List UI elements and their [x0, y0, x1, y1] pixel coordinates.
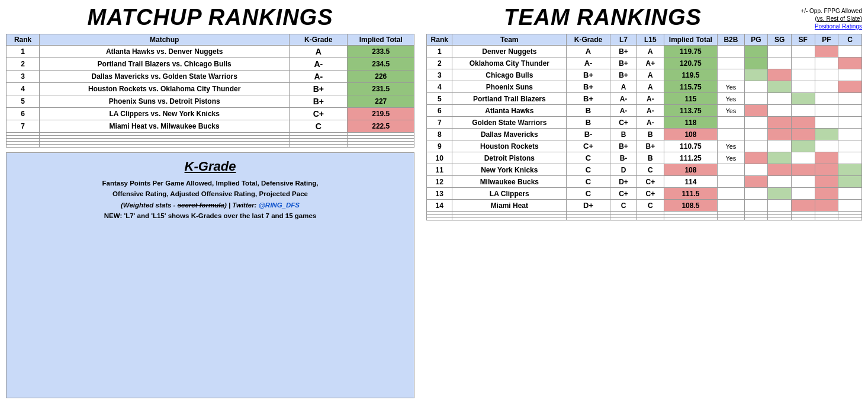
team-name: Milwaukee Bucks	[452, 176, 567, 188]
team-pf	[815, 218, 838, 220]
matchup-implied: 227	[348, 95, 414, 108]
team-sg	[768, 117, 792, 129]
pg-header: PG	[744, 34, 768, 46]
team-name: Detroit Pistons	[452, 152, 567, 164]
matchup-rank: 6	[7, 108, 40, 120]
team-rank: 10	[427, 152, 452, 164]
team-name: Phoenix Suns	[452, 81, 567, 93]
team-kgrade	[567, 218, 610, 220]
team-pg	[744, 57, 768, 69]
team-c	[838, 69, 862, 81]
team-sg	[768, 105, 792, 117]
matchup-rank: 3	[7, 71, 40, 83]
team-c	[838, 218, 862, 220]
team-kgrade: C	[567, 188, 610, 200]
team-pf	[815, 117, 838, 129]
team-pf	[815, 200, 838, 212]
team-row: 10 Detroit Pistons C B- B 111.25 Yes	[427, 152, 862, 164]
team-sf	[791, 57, 815, 69]
team-pg	[744, 129, 768, 140]
team-kgrade: D+	[567, 200, 610, 212]
team-rank	[427, 218, 452, 220]
matchup-header: Matchup	[40, 34, 290, 46]
team-name: New York Knicks	[452, 164, 567, 176]
team-rank: 8	[427, 129, 452, 140]
rank-header: Rank	[7, 34, 40, 46]
team-row: 6 Atlanta Hawks B A- A- 113.75 Yes	[427, 105, 862, 117]
team-row: 1 Denver Nuggets A B+ A 119.75	[427, 46, 862, 57]
team-l7: A-	[610, 93, 636, 105]
matchup-teams: Houston Rockets vs. Oklahoma City Thunde…	[40, 83, 290, 95]
matchup-row: 7 Miami Heat vs. Milwaukee Bucks C 222.5	[7, 120, 414, 133]
team-name: Dallas Mavericks	[452, 129, 567, 140]
team-name: Portland Trail Blazers	[452, 93, 567, 105]
team-name: Chicago Bulls	[452, 69, 567, 81]
team-name: Houston Rockets	[452, 140, 567, 152]
team-b2b	[718, 129, 744, 140]
team-l15: A	[637, 46, 664, 57]
matchup-kgrade: C	[290, 120, 348, 133]
team-pf	[815, 152, 838, 164]
team-c	[838, 105, 862, 117]
team-pf	[815, 57, 838, 69]
implied-total-header: Implied Total	[348, 34, 414, 46]
team-l7: C+	[610, 188, 636, 200]
team-rank: 7	[427, 117, 452, 129]
team-l15: A	[637, 69, 664, 81]
team-c	[838, 57, 862, 69]
team-c	[838, 81, 862, 93]
team-pf	[815, 140, 838, 152]
team-b2b	[718, 164, 744, 176]
team-l15: A-	[637, 105, 664, 117]
team-pg	[744, 69, 768, 81]
team-sf	[791, 69, 815, 81]
matchup-row: 2 Portland Trail Blazers vs. Chicago Bul…	[7, 58, 414, 71]
team-sg	[768, 164, 792, 176]
team-row: 12 Milwaukee Bucks C D+ C+ 114	[427, 176, 862, 188]
matchup-row	[7, 145, 414, 148]
team-b2b	[718, 69, 744, 81]
kgrade-box-title: K-Grade	[15, 159, 406, 174]
team-implied: 111.25	[664, 152, 718, 164]
team-rankings-title: TEAM RANKINGS	[426, 5, 779, 30]
sf-header: SF	[791, 34, 815, 46]
team-header: Team	[452, 34, 567, 46]
team-c	[838, 200, 862, 212]
team-sf	[791, 176, 815, 188]
team-sg	[768, 140, 792, 152]
left-panel: MATCHUP RANKINGS Rank Matchup K-Grade Im…	[0, 0, 420, 403]
c-header: C	[838, 34, 862, 46]
team-row: 14 Miami Heat D+ C C 108.5	[427, 200, 862, 212]
team-pf	[815, 69, 838, 81]
matchup-implied: 222.5	[348, 120, 414, 133]
team-pf	[815, 129, 838, 140]
team-kgrade: B+	[567, 81, 610, 93]
team-pg	[744, 164, 768, 176]
matchup-kgrade: A-	[290, 71, 348, 83]
team-kgrade: A-	[567, 57, 610, 69]
team-implied: 119.75	[664, 46, 718, 57]
matchup-kgrade: C+	[290, 108, 348, 120]
team-rank: 3	[427, 69, 452, 81]
team-pg	[744, 200, 768, 212]
team-l7: C+	[610, 117, 636, 129]
team-l7: A	[610, 81, 636, 93]
team-c	[838, 164, 862, 176]
team-table: Rank Team K-Grade L7 L15 Implied Total B…	[426, 34, 862, 220]
team-l15: A+	[637, 57, 664, 69]
team-b2b	[718, 200, 744, 212]
matchup-teams	[40, 145, 290, 148]
team-sg	[768, 200, 792, 212]
team-l15: A-	[637, 93, 664, 105]
team-sg	[768, 129, 792, 140]
team-l7	[610, 218, 636, 220]
team-l7: B+	[610, 140, 636, 152]
team-name: Miami Heat	[452, 200, 567, 212]
team-implied: 108	[664, 129, 718, 140]
team-b2b: Yes	[718, 81, 744, 93]
team-pf	[815, 188, 838, 200]
team-l15: B	[637, 129, 664, 140]
team-pf	[815, 176, 838, 188]
team-implied: 111.5	[664, 188, 718, 200]
team-sg	[768, 188, 792, 200]
